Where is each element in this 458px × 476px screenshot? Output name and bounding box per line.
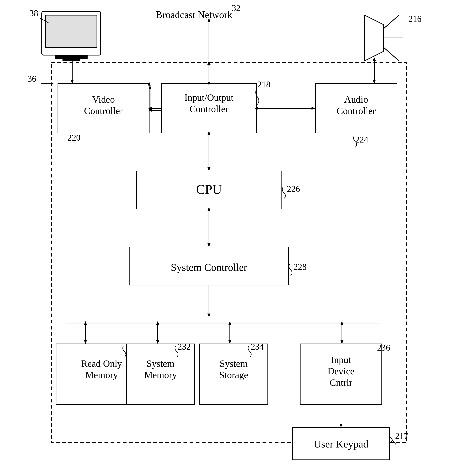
ref-32: 32	[232, 3, 240, 13]
ref-216: 216	[408, 14, 422, 24]
svg-marker-82	[339, 424, 342, 427]
svg-text:Memory: Memory	[85, 370, 118, 380]
svg-text:Memory: Memory	[144, 370, 177, 380]
svg-text:Cntrlr: Cntrlr	[330, 377, 352, 388]
svg-marker-54	[207, 314, 211, 317]
svg-text:Input: Input	[331, 354, 351, 365]
svg-marker-49	[207, 243, 211, 247]
diagram-svg: Broadcast Network 32 38 216 36	[0, 0, 458, 476]
svg-text:Audio: Audio	[344, 94, 368, 105]
svg-text:System: System	[220, 358, 247, 369]
svg-marker-4	[365, 15, 384, 61]
svg-text:Video: Video	[92, 94, 115, 105]
ref-226: 226	[287, 184, 300, 194]
ref-220: 220	[68, 133, 81, 143]
svg-text:System Controller: System Controller	[171, 262, 247, 273]
svg-line-7	[384, 48, 399, 61]
svg-rect-2	[55, 55, 87, 59]
svg-text:Storage: Storage	[219, 370, 248, 380]
ref-36: 36	[27, 74, 36, 84]
svg-marker-19	[373, 80, 376, 84]
diagram-container: Broadcast Network 32 38 216 36	[0, 0, 458, 476]
svg-marker-20	[373, 57, 376, 61]
ref-228: 228	[294, 262, 307, 272]
svg-text:System: System	[146, 358, 174, 369]
svg-marker-16	[71, 80, 74, 84]
ref-236: 236	[377, 343, 390, 352]
svg-marker-63	[228, 340, 231, 344]
svg-text:User Keypad: User Keypad	[314, 438, 369, 450]
ref-232: 232	[178, 342, 191, 352]
svg-marker-60	[156, 340, 159, 344]
svg-marker-10	[51, 83, 54, 85]
svg-marker-38	[312, 107, 315, 110]
svg-marker-66	[340, 340, 343, 344]
svg-text:Device: Device	[328, 366, 355, 376]
svg-marker-41	[207, 167, 211, 171]
broadcast-network-label: Broadcast Network	[156, 9, 232, 20]
svg-text:Controller: Controller	[337, 105, 376, 116]
ref-218: 218	[257, 80, 271, 89]
ref-38: 38	[29, 8, 38, 18]
svg-text:Read Only: Read Only	[81, 358, 122, 369]
svg-text:CPU: CPU	[196, 182, 222, 197]
svg-rect-1	[46, 15, 97, 48]
svg-marker-57	[84, 340, 87, 344]
svg-line-5	[384, 15, 399, 28]
svg-text:Controller: Controller	[189, 103, 229, 114]
svg-text:Input/Output: Input/Output	[185, 92, 233, 103]
ref-234: 234	[251, 342, 264, 352]
ref-217: 217	[395, 431, 408, 441]
svg-text:Controller: Controller	[84, 105, 123, 116]
ref-224: 224	[355, 135, 368, 144]
